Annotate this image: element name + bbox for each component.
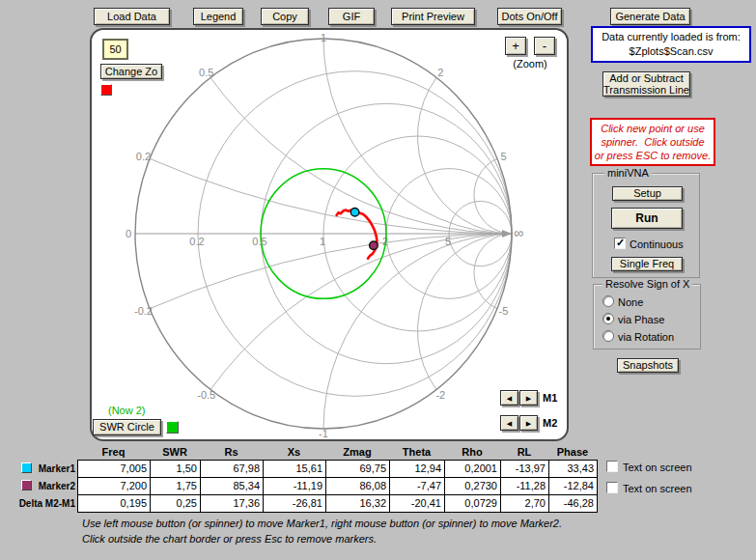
add-subtract-line2: Transmission Line [603, 84, 689, 96]
reactance-label: ∞ [514, 225, 523, 240]
table-cell: 0,195 [77, 494, 151, 513]
table-cell: 17,36 [200, 494, 264, 513]
smith-chart[interactable]: 00.20.5125∞-5-2-1-0.5-0.20.20.5125 [90, 28, 569, 441]
marker1-color-swatch[interactable] [21, 462, 32, 473]
table-cell: -7,47 [389, 477, 445, 495]
resolve-via-phase-label: via Phase [618, 314, 664, 325]
marker-hint-box: Click new point or use spinner. Click ou… [590, 118, 715, 166]
table-cell: -13,97 [500, 460, 549, 478]
add-subtract-line-button[interactable]: Add or Subtract Transmission Line [602, 71, 690, 97]
table-cell: 0,2001 [444, 460, 501, 478]
load-data-button[interactable]: Load Data [94, 8, 170, 25]
zo-value-box[interactable]: 50 [102, 39, 128, 60]
marker2-color-swatch[interactable] [21, 480, 32, 490]
delta-row-label: Delta M2-M1 [0, 498, 75, 509]
m2-label: M2 [543, 417, 557, 429]
swr-circle-button[interactable]: SWR Circle [93, 419, 161, 435]
reactance-label: -0.5 [197, 389, 215, 401]
change-zo-button[interactable]: Change Zo [100, 64, 162, 79]
resistance-label: 1 [320, 236, 325, 247]
table-cell: 85,34 [200, 477, 264, 495]
table-header-rho: Rho [444, 446, 500, 458]
marker1-row-label: Marker1 [0, 463, 75, 474]
table-cell: -12,84 [548, 477, 598, 495]
resolve-via-phase-radio[interactable] [602, 313, 614, 324]
resistance-label: 0.2 [189, 236, 204, 247]
single-freq-button[interactable]: Single Freq [611, 257, 683, 271]
zoom-in-button[interactable]: + [505, 37, 526, 55]
resistance-label: 5 [445, 236, 451, 247]
m2-spinner-left[interactable]: ◀ [500, 415, 518, 431]
table-cell: 2,70 [500, 494, 549, 513]
reactance-label: -1 [319, 428, 328, 439]
m1-spinner-right[interactable]: ▶ [519, 390, 538, 406]
table-header-rl: RL [500, 446, 548, 458]
continuous-label: Continuous [630, 238, 684, 250]
resolve-none-radio[interactable] [602, 295, 614, 307]
table-header-rs: Rs [200, 446, 263, 458]
marker2-text-on-screen-checkbox[interactable] [606, 482, 618, 493]
gif-button[interactable]: GIF [328, 8, 375, 25]
swr-color-toggle[interactable] [166, 421, 179, 434]
table-cell: 0,25 [150, 494, 201, 513]
table-header-phase: Phase [548, 446, 597, 458]
loaded-data-filename: $Zplots$Scan.csv [593, 44, 749, 59]
table-header-zmag: Zmag [325, 446, 389, 458]
reactance-arc [417, 77, 512, 234]
swr-now-label: (Now 2) [108, 405, 146, 416]
resolve-via-rotation-radio[interactable] [602, 330, 614, 342]
marker2-row-label: Marker2 [0, 481, 75, 491]
table-cell: 1,50 [150, 460, 201, 478]
continuous-checkbox[interactable] [614, 238, 626, 249]
reactance-label: -0.2 [134, 305, 153, 317]
reactance-label: 2 [437, 67, 443, 78]
table-cell: 0,2730 [444, 477, 501, 495]
minivna-title: miniVNA [604, 167, 652, 179]
table-header-xs: Xs [263, 446, 325, 458]
table-cell: 86,08 [325, 477, 390, 495]
reactance-label: -5 [499, 305, 509, 317]
footer-instruction-line1: Use left mouse button (or spinner) to mo… [82, 518, 562, 529]
table-cell: 69,75 [325, 460, 390, 478]
table-header-swr: SWR [150, 446, 200, 458]
hint-line3: or press ESC to remove. [592, 149, 714, 162]
print-preview-button[interactable]: Print Preview [391, 8, 475, 25]
table-cell: -11,28 [500, 477, 549, 495]
table-cell: -11,19 [263, 477, 326, 495]
snapshots-button[interactable]: Snapshots [617, 358, 679, 373]
copy-button[interactable]: Copy [261, 8, 309, 25]
zoom-out-button[interactable]: - [534, 37, 555, 55]
table-cell: 0,0729 [444, 494, 501, 513]
resistance-label: 0.5 [252, 236, 266, 247]
m1-spinner-left[interactable]: ◀ [500, 390, 518, 406]
table-header-freq: Freq [77, 446, 150, 458]
setup-button[interactable]: Setup [612, 186, 683, 201]
zoom-label: (Zoom) [501, 58, 559, 70]
marker1-text-on-screen-label: Text on screen [623, 462, 692, 473]
reactance-label: 0.2 [136, 151, 151, 162]
table-cell: 33,43 [548, 460, 598, 478]
table-cell: 7,005 [77, 460, 151, 478]
reactance-label: 0 [126, 228, 131, 239]
reactance-label: -2 [435, 389, 445, 401]
reactance-label: 0.5 [199, 67, 213, 78]
zplots-app-window: Load Data Legend Copy GIF Print Preview … [0, 0, 756, 560]
hint-line2: spinner. Click outside [592, 135, 714, 149]
table-cell: -26,81 [263, 494, 326, 513]
impedance-trace [337, 210, 378, 258]
table-cell: -20,41 [389, 494, 445, 513]
resolve-via-rotation-label: via Rotation [618, 331, 674, 343]
marker1-text-on-screen-checkbox[interactable] [606, 461, 618, 472]
generate-data-button[interactable]: Generate Data [610, 8, 690, 25]
loaded-data-info-box: Data currently loaded is from: $Zplots$S… [591, 26, 751, 63]
trace-color-toggle[interactable] [100, 84, 112, 96]
run-button[interactable]: Run [611, 208, 683, 229]
footer-instruction-line2: Click outside the chart border or press … [82, 533, 377, 545]
legend-button[interactable]: Legend [193, 8, 243, 25]
dots-onoff-button[interactable]: Dots On/Off [497, 8, 562, 25]
axis-arrow [502, 230, 512, 238]
reactance-label: 1 [321, 32, 326, 43]
table-cell: 7,200 [77, 477, 151, 495]
m1-label: M1 [543, 392, 557, 404]
m2-spinner-right[interactable]: ▶ [519, 415, 538, 431]
